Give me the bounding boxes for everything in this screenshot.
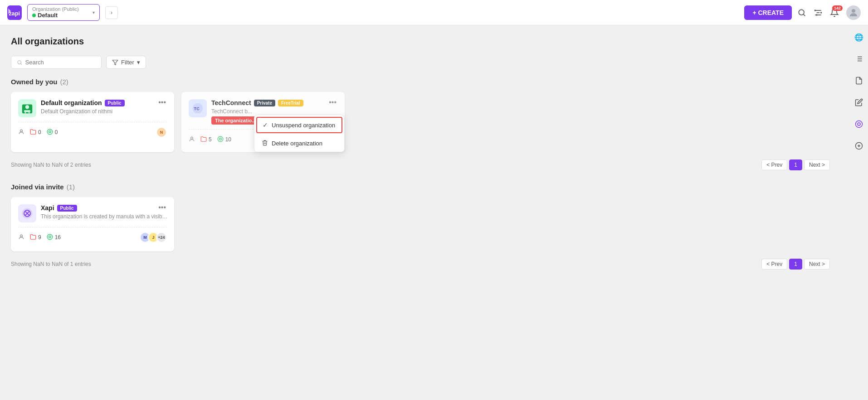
badge-public-xapi: Public	[57, 205, 77, 212]
card-desc-default: Default Organization of nithmi	[41, 108, 167, 115]
svg-marker-25	[112, 60, 118, 65]
api-icon-xapi	[47, 234, 53, 241]
card-name-xapi: Xapi Public	[41, 204, 168, 212]
members-icon-xapi	[18, 234, 24, 241]
search-button[interactable]	[797, 8, 806, 17]
svg-point-37	[218, 136, 223, 142]
members-icon	[18, 129, 24, 136]
prev-button-invited[interactable]: < Prev	[761, 259, 787, 270]
svg-point-45	[49, 236, 51, 238]
api-icon	[47, 129, 53, 136]
folder-icon	[30, 129, 36, 136]
delete-menu-item[interactable]: Delete organization	[254, 135, 344, 152]
page1-button-owned[interactable]: 1	[789, 159, 802, 170]
folder-icon-xapi	[30, 234, 36, 241]
svg-text:TC: TC	[194, 106, 200, 111]
header: zapi Organization (Public) Default ▾ › +…	[0, 0, 868, 25]
trash-icon	[262, 140, 268, 147]
org-name: Default	[32, 12, 90, 19]
svg-point-36	[191, 137, 193, 139]
create-button[interactable]: + CREATE	[744, 5, 792, 20]
list-icon[interactable]	[853, 53, 865, 65]
stat-members-tc	[189, 136, 195, 144]
badge-public: Public	[105, 100, 125, 106]
org-label: Organization (Public)	[32, 6, 90, 12]
next-button-owned[interactable]: Next >	[804, 159, 830, 170]
svg-point-23	[18, 60, 21, 63]
stat-folders-xapi: 9	[30, 234, 41, 241]
card-logo-xapi	[18, 204, 36, 222]
svg-point-10	[816, 14, 817, 15]
card-stats-default: 0 0	[18, 129, 58, 136]
header-icons: 142	[797, 5, 861, 20]
prev-button-owned[interactable]: < Prev	[761, 159, 787, 170]
notifications-button[interactable]: 142	[830, 8, 839, 17]
page1-button-invited[interactable]: 1	[789, 259, 802, 270]
card-more-button-xapi[interactable]: •••	[156, 202, 169, 212]
search-box[interactable]	[11, 56, 102, 69]
stat-apis: 0	[47, 129, 58, 136]
pagination-owned-info: Showing NaN to NaN of 2 entries	[11, 162, 91, 168]
card-desc-xapi: This organization is created by manula w…	[41, 213, 168, 220]
avatar-1: N	[156, 127, 167, 138]
svg-point-29	[24, 112, 26, 113]
card-more-button-default[interactable]: •••	[156, 97, 169, 107]
main-content: All organizations Filter ▾ Owned by you …	[0, 25, 848, 400]
pagination-invited-info: Showing NaN to NaN of 1 entries	[11, 261, 91, 267]
chevron-down-icon: ▾	[93, 10, 95, 15]
stat-members	[18, 129, 24, 136]
next-button-invited[interactable]: Next >	[804, 259, 830, 270]
invited-cards-grid: ••• Xapi Public This organization is	[11, 197, 830, 251]
members-icon-tc	[189, 136, 195, 144]
svg-rect-28	[24, 110, 30, 112]
invited-section-heading: Joined via invite (1)	[11, 183, 830, 191]
page-title: All organizations	[11, 36, 830, 47]
api-icon-tc	[217, 136, 224, 144]
context-menu: ✓ Unsuspend organization Delete organiza…	[254, 115, 345, 152]
svg-point-38	[219, 138, 221, 140]
svg-line-4	[804, 14, 805, 16]
card-stats-xapi: 9 16	[18, 234, 61, 241]
svg-point-18	[856, 121, 863, 128]
techconnect-wrapper: ••• TC TechConnect Private FreeTrial	[181, 92, 345, 152]
user-avatar[interactable]	[846, 5, 861, 20]
suspended-badge: The organizatio...	[211, 116, 259, 125]
stat-folders: 0	[30, 129, 41, 136]
package-icon[interactable]	[853, 118, 865, 130]
owned-cards-grid: ••• Default organization Public	[11, 92, 830, 152]
avatar-xapi-count: +24	[156, 232, 167, 243]
filter-chevron-icon: ▾	[137, 59, 140, 66]
pagination-invited-controls: < Prev 1 Next >	[761, 259, 830, 270]
expand-button[interactable]: ›	[105, 6, 118, 19]
svg-point-11	[852, 9, 855, 13]
card-stats-techconnect: 5 10	[189, 136, 231, 144]
svg-point-31	[20, 130, 23, 132]
svg-point-44	[47, 234, 53, 240]
badge-freetrial: FreeTrial	[278, 100, 303, 106]
card-more-button-techconnect[interactable]: •••	[326, 97, 339, 107]
unsuspend-menu-item[interactable]: ✓ Unsuspend organization	[256, 117, 342, 133]
filter-button[interactable]: Filter ▾	[106, 56, 146, 69]
document-icon[interactable]	[853, 74, 865, 87]
card-divider-xapi	[18, 227, 167, 227]
toolbar: Filter ▾	[11, 56, 830, 69]
logo[interactable]: zapi	[7, 5, 22, 20]
global-icon[interactable]: 🌐	[853, 31, 865, 43]
card-logo-default	[18, 99, 36, 117]
billing-icon[interactable]	[853, 140, 865, 152]
card-avatars-default: N	[156, 127, 167, 138]
svg-point-33	[49, 130, 51, 133]
check-icon: ✓	[263, 121, 268, 129]
settings-button[interactable]	[814, 8, 823, 17]
svg-point-27	[25, 105, 29, 109]
pagination-invited: Showing NaN to NaN of 1 entries < Prev 1…	[11, 259, 830, 270]
stat-members-xapi	[18, 234, 24, 241]
edit-icon[interactable]	[853, 96, 865, 109]
svg-point-43	[20, 235, 23, 237]
owned-section-heading: Owned by you (2)	[11, 78, 830, 86]
card-desc-techconnect: TechConnect b...	[211, 108, 337, 115]
search-input[interactable]	[25, 59, 96, 66]
org-selector[interactable]: Organization (Public) Default ▾	[27, 4, 100, 21]
card-avatars-xapi: M J +24	[140, 232, 167, 243]
card-default-org: ••• Default organization Public	[11, 92, 174, 152]
